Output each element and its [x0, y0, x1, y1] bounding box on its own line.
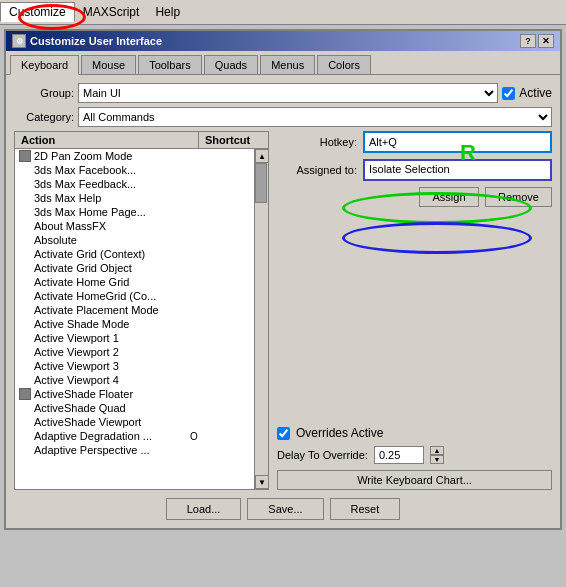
action-item[interactable]: 3ds Max Help	[15, 191, 254, 205]
assigned-to-value: Isolate Selection	[363, 159, 552, 181]
main-layout: Action Shortcut 2D Pan Zoom Mode3ds Max …	[14, 131, 552, 490]
action-item[interactable]: Activate HomeGrid (Co...	[15, 289, 254, 303]
action-item[interactable]: 3ds Max Feedback...	[15, 177, 254, 191]
tab-colors[interactable]: Colors	[317, 55, 371, 74]
action-item[interactable]: Active Viewport 3	[15, 359, 254, 373]
action-item[interactable]: ActiveShade Quad	[15, 401, 254, 415]
delay-input[interactable]	[374, 446, 424, 464]
action-item[interactable]: ActiveShade Floater	[15, 387, 254, 401]
action-item-label: Active Viewport 1	[34, 332, 190, 344]
action-item[interactable]: Activate Placement Mode	[15, 303, 254, 317]
shortcut-col-header: Shortcut	[198, 132, 268, 148]
group-label: Group:	[14, 87, 74, 99]
action-item-label: 3ds Max Home Page...	[34, 206, 190, 218]
action-item-label: Active Viewport 2	[34, 346, 190, 358]
customize-ui-window: ⚙ Customize User Interface ? ✕ Keyboard …	[4, 29, 562, 530]
group-dropdown[interactable]: Main UI	[78, 83, 498, 103]
hotkey-row: Hotkey:	[277, 131, 552, 153]
keyboard-content: Group: Main UI Active Category: All Comm…	[6, 75, 560, 528]
hotkey-input[interactable]	[363, 131, 552, 153]
menu-customize[interactable]: Customize	[0, 2, 75, 22]
tab-mouse[interactable]: Mouse	[81, 55, 136, 74]
tab-quads[interactable]: Quads	[204, 55, 258, 74]
bottom-row: Load... Save... Reset	[14, 498, 552, 520]
reset-button[interactable]: Reset	[330, 498, 401, 520]
action-item[interactable]: Absolute	[15, 233, 254, 247]
delay-spinner: ▲ ▼	[430, 446, 444, 464]
scroll-up-button[interactable]: ▲	[255, 149, 269, 163]
remove-button[interactable]: Remove	[485, 187, 552, 207]
window-icon: ⚙	[12, 34, 26, 48]
action-item-label: Activate Home Grid	[34, 276, 190, 288]
overrides-active-label: Overrides Active	[296, 426, 383, 440]
category-label: Category:	[14, 111, 74, 123]
action-item-label: Active Viewport 4	[34, 374, 190, 386]
action-item[interactable]: Active Viewport 4	[15, 373, 254, 387]
tab-toolbars[interactable]: Toolbars	[138, 55, 202, 74]
action-item[interactable]: About MassFX	[15, 219, 254, 233]
action-item[interactable]: Active Viewport 2	[15, 345, 254, 359]
active-checkbox-label[interactable]: Active	[502, 86, 552, 100]
assign-remove-row: Assign Remove	[277, 187, 552, 207]
save-button[interactable]: Save...	[247, 498, 323, 520]
spin-up[interactable]: ▲	[430, 446, 444, 455]
action-header: Action Shortcut	[15, 132, 268, 149]
action-col-header: Action	[15, 132, 198, 148]
action-item-label: Activate Placement Mode	[34, 304, 190, 316]
action-item[interactable]: 3ds Max Home Page...	[15, 205, 254, 219]
overrides-checkbox[interactable]	[277, 427, 290, 440]
load-button[interactable]: Load...	[166, 498, 242, 520]
action-item[interactable]: 2D Pan Zoom Mode	[15, 149, 254, 163]
assign-button[interactable]: Assign	[419, 187, 479, 207]
window-titlebar: ⚙ Customize User Interface ? ✕	[6, 31, 560, 51]
window-title: Customize User Interface	[30, 35, 162, 47]
action-item[interactable]: Active Viewport 1	[15, 331, 254, 345]
action-item-label: Active Shade Mode	[34, 318, 190, 330]
help-button[interactable]: ?	[520, 34, 536, 48]
category-row: Category: All Commands	[14, 107, 552, 127]
action-panel: Action Shortcut 2D Pan Zoom Mode3ds Max …	[14, 131, 269, 490]
tab-bar: Keyboard Mouse Toolbars Quads Menus Colo…	[6, 51, 560, 75]
action-item-label: 3ds Max Feedback...	[34, 178, 190, 190]
hotkey-label: Hotkey:	[277, 136, 357, 148]
tab-menus[interactable]: Menus	[260, 55, 315, 74]
spin-down[interactable]: ▼	[430, 455, 444, 464]
write-keyboard-chart-button[interactable]: Write Keyboard Chart...	[277, 470, 552, 490]
action-item-label: About MassFX	[34, 220, 190, 232]
scroll-track	[255, 163, 268, 475]
action-item-label: ActiveShade Quad	[34, 402, 190, 414]
scrollbar[interactable]: ▲ ▼	[254, 149, 268, 489]
overrides-row: Overrides Active	[277, 426, 552, 440]
group-row: Group: Main UI Active	[14, 83, 552, 103]
assigned-row: Assigned to: Isolate Selection	[277, 159, 552, 181]
action-item-label: Activate Grid Object	[34, 262, 190, 274]
action-item-label: Activate Grid (Context)	[34, 248, 190, 260]
menu-maxscript[interactable]: MAXScript	[75, 3, 148, 21]
action-item-label: Activate HomeGrid (Co...	[34, 290, 190, 302]
category-dropdown[interactable]: All Commands	[78, 107, 552, 127]
scroll-down-button[interactable]: ▼	[255, 475, 269, 489]
tab-keyboard[interactable]: Keyboard	[10, 55, 79, 75]
window-controls: ? ✕	[520, 34, 554, 48]
action-item-label: Adaptive Perspective ...	[34, 444, 190, 456]
scroll-thumb[interactable]	[255, 163, 267, 203]
action-item-label: ActiveShade Floater	[34, 388, 190, 400]
active-label: Active	[519, 86, 552, 100]
action-item-icon	[19, 150, 31, 162]
action-item[interactable]: ActiveShade Viewport	[15, 415, 254, 429]
action-item[interactable]: Activate Home Grid	[15, 275, 254, 289]
action-item-label: Active Viewport 3	[34, 360, 190, 372]
action-item-label: Absolute	[34, 234, 190, 246]
delay-row: Delay To Override: ▲ ▼	[277, 446, 552, 464]
active-checkbox[interactable]	[502, 87, 515, 100]
action-item[interactable]: Activate Grid (Context)	[15, 247, 254, 261]
action-item[interactable]: 3ds Max Facebook...	[15, 163, 254, 177]
delay-label: Delay To Override:	[277, 449, 368, 461]
action-item[interactable]: Active Shade Mode	[15, 317, 254, 331]
action-item[interactable]: Adaptive Perspective ...	[15, 443, 254, 457]
close-button[interactable]: ✕	[538, 34, 554, 48]
action-item[interactable]: Adaptive Degradation ...O	[15, 429, 254, 443]
action-list[interactable]: 2D Pan Zoom Mode3ds Max Facebook...3ds M…	[15, 149, 254, 489]
action-item[interactable]: Activate Grid Object	[15, 261, 254, 275]
menu-help[interactable]: Help	[147, 3, 188, 21]
